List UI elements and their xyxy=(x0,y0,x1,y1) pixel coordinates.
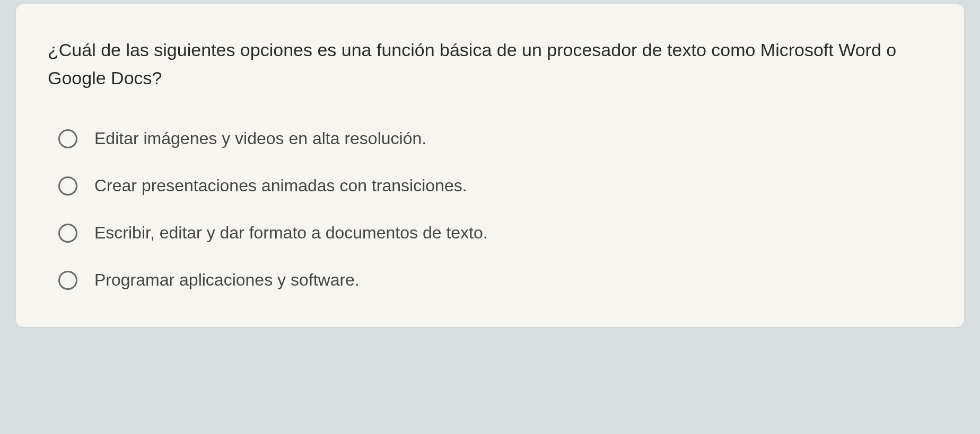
option-label: Crear presentaciones animadas con transi… xyxy=(94,176,467,196)
option-row[interactable]: Crear presentaciones animadas con transi… xyxy=(58,176,932,196)
radio-icon[interactable] xyxy=(58,224,77,243)
option-label: Editar imágenes y videos en alta resoluc… xyxy=(94,129,426,148)
option-row[interactable]: Escribir, editar y dar formato a documen… xyxy=(58,223,932,243)
option-label: Programar aplicaciones y software. xyxy=(94,270,360,290)
option-row[interactable]: Editar imágenes y videos en alta resoluc… xyxy=(58,129,932,148)
radio-icon[interactable] xyxy=(58,176,77,196)
options-list: Editar imágenes y videos en alta resoluc… xyxy=(48,129,932,290)
option-label: Escribir, editar y dar formato a documen… xyxy=(94,223,488,243)
radio-icon[interactable] xyxy=(58,271,77,290)
radio-icon[interactable] xyxy=(58,129,77,148)
page-container: ¿Cuál de las siguientes opciones es una … xyxy=(0,0,980,434)
question-card: ¿Cuál de las siguientes opciones es una … xyxy=(16,4,964,327)
question-text: ¿Cuál de las siguientes opciones es una … xyxy=(48,36,932,92)
option-row[interactable]: Programar aplicaciones y software. xyxy=(58,270,932,290)
